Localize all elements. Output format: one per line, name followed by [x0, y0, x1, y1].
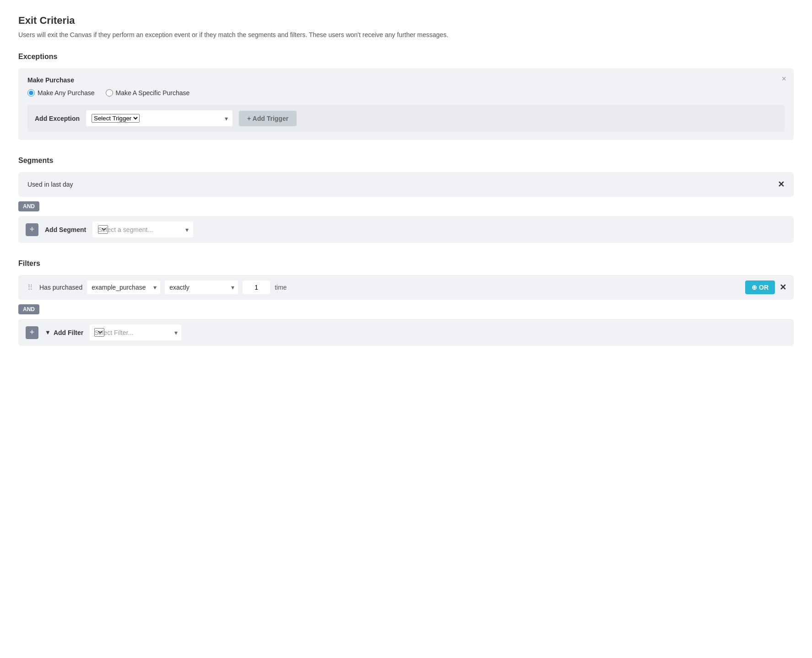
segment-row-1: Used in last day ✕ [18, 172, 794, 197]
exception-close-button[interactable]: × [781, 75, 786, 83]
filter-select-wrapper[interactable]: Select Filter... [90, 324, 181, 340]
filter-close-button-1[interactable]: ✕ [780, 282, 786, 292]
radio-make-specific-purchase[interactable]: Make A Specific Purchase [106, 89, 190, 97]
page-description: Users will exit the Canvas if they perfo… [18, 30, 794, 40]
filter-funnel-icon: ▼ [45, 329, 51, 336]
add-segment-plus-button[interactable]: + [26, 223, 38, 236]
radio-specific-purchase-input[interactable] [106, 89, 113, 97]
radio-make-any-purchase[interactable]: Make Any Purchase [27, 89, 95, 97]
filter-number-input[interactable] [243, 280, 270, 294]
radio-any-purchase-input[interactable] [27, 89, 35, 97]
add-filter-label: ▼ Add Filter [45, 329, 83, 336]
filter-has-purchased-label: Has purchased [39, 284, 82, 291]
filter-product-select[interactable]: example_purchase [92, 284, 146, 291]
exceptions-section: Exceptions Make Purchase Make Any Purcha… [18, 53, 794, 140]
segments-and-badge: AND [18, 201, 39, 211]
filters-section: Filters ⠿ Has purchased example_purchase… [18, 259, 794, 346]
add-exception-row: Add Exception Select Trigger + Add Trigg… [27, 105, 785, 132]
filter-product-dropdown[interactable]: example_purchase [87, 280, 160, 294]
radio-group: Make Any Purchase Make A Specific Purcha… [27, 89, 785, 97]
add-segment-row: + Add Segment Select a segment... [18, 216, 794, 243]
add-trigger-button[interactable]: + Add Trigger [239, 111, 297, 126]
segments-section-title: Segments [18, 156, 794, 165]
add-exception-label: Add Exception [35, 115, 80, 122]
filter-row-1: ⠿ Has purchased example_purchase exactly… [18, 275, 794, 300]
or-button-label: ⊕ OR [752, 284, 769, 291]
filter-operator-dropdown[interactable]: exactly [165, 280, 238, 294]
radio-any-purchase-label: Make Any Purchase [38, 89, 95, 97]
radio-specific-purchase-label: Make A Specific Purchase [116, 89, 190, 97]
select-trigger-wrapper[interactable]: Select Trigger [86, 110, 233, 126]
filters-section-title: Filters [18, 259, 794, 268]
select-trigger-dropdown[interactable]: Select Trigger [92, 114, 140, 123]
segment-text-1: Used in last day [27, 181, 73, 188]
filter-select-dropdown[interactable] [94, 328, 104, 337]
add-filter-plus-button[interactable]: + [26, 326, 38, 339]
segment-select-wrapper[interactable]: Select a segment... [92, 221, 193, 237]
exception-block-label: Make Purchase [27, 76, 785, 84]
or-button[interactable]: ⊕ OR [745, 280, 775, 294]
filter-time-label: time [275, 284, 287, 291]
segment-select-dropdown[interactable] [98, 225, 108, 234]
exception-block: Make Purchase Make Any Purchase Make A S… [18, 68, 794, 140]
filter-operator-select[interactable]: exactly [169, 284, 224, 291]
add-filter-row: + ▼ Add Filter Select Filter... [18, 319, 794, 346]
drag-handle-icon[interactable]: ⠿ [26, 283, 35, 292]
page-title: Exit Criteria [18, 15, 794, 27]
segments-section: Segments Used in last day ✕ AND + Add Se… [18, 156, 794, 243]
filters-and-badge: AND [18, 304, 39, 314]
add-trigger-label: + Add Trigger [247, 115, 288, 122]
segment-close-button-1[interactable]: ✕ [778, 179, 785, 189]
add-segment-label: Add Segment [45, 226, 86, 233]
exceptions-section-title: Exceptions [18, 53, 794, 61]
add-filter-text: Add Filter [54, 329, 83, 336]
